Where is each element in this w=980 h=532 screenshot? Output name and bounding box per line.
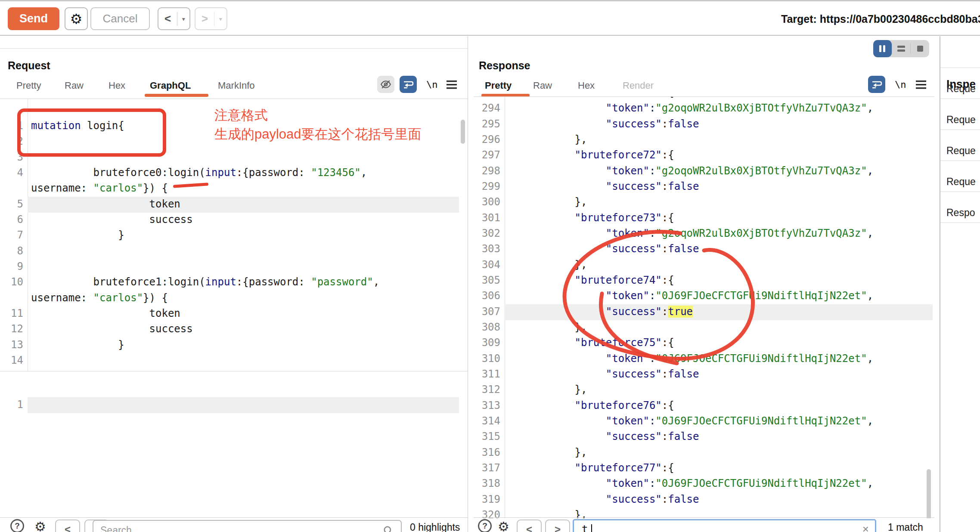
search-settings-gear-icon[interactable]: ⚙ [498, 519, 509, 532]
line-number: 309 [474, 337, 500, 349]
code-text: "token":"0J69FJOeCFCTGFUi9NdiftlHqIjN22e… [512, 353, 873, 365]
request-show-newlines-toggle[interactable]: \n [426, 79, 438, 90]
code-line: 4 bruteforce0:login(input:{password: "12… [0, 165, 468, 181]
code-text: "token":"0J69FJOeCFCTGFUi9NdiftlHqIjN22e… [512, 477, 873, 489]
layout-single-button[interactable] [911, 40, 929, 57]
tab-render[interactable]: Render [623, 80, 654, 91]
code-line: 7 } [0, 228, 468, 244]
line-number: 12 [0, 323, 23, 335]
request-scrollbar-thumb[interactable] [461, 120, 465, 144]
code-text: success [31, 213, 193, 226]
code-text: }, [512, 133, 587, 145]
request-settings-button[interactable]: ⚙ [65, 7, 88, 30]
code-text: "bruteforce73":{ [512, 212, 674, 224]
tab-markinfo[interactable]: MarkInfo [218, 80, 255, 91]
request-search-input[interactable]: Search [93, 520, 402, 532]
code-text: success [31, 323, 193, 335]
gear-icon: ⚙ [70, 11, 83, 27]
send-button[interactable]: Send [8, 7, 59, 30]
code-line: 9 [0, 259, 468, 275]
panel-splitter[interactable] [468, 36, 468, 532]
line-highlight [28, 397, 459, 413]
code-line: 8 [0, 244, 468, 260]
code-line: 299 "success":false [474, 179, 934, 195]
line-number: 317 [474, 462, 500, 474]
line-number: 7 [0, 229, 23, 241]
inspector-item[interactable]: Reque [946, 83, 976, 95]
response-search-bar: ? ⚙ < > t × 1 match [474, 518, 934, 532]
search-settings-gear-icon[interactable]: ⚙ [34, 519, 46, 532]
line-number: 13 [0, 339, 23, 351]
tab-pretty[interactable]: Pretty [485, 80, 512, 91]
graphql-variables-editor[interactable]: 1 [0, 374, 468, 517]
columns-layout-icon [878, 44, 886, 53]
line-number: 308 [474, 321, 500, 333]
line-number: 307 [474, 306, 500, 318]
target-url-label: Target: https://0a7b00230486ccbd80ba3a8c… [781, 13, 980, 25]
next-match-button[interactable]: > [545, 520, 570, 532]
back-dropdown-icon[interactable]: ▾ [177, 15, 189, 22]
line-number: 298 [474, 165, 500, 177]
code-line: 1 [0, 397, 468, 413]
clear-search-icon[interactable]: × [862, 523, 869, 532]
code-text: "token":"g2oqoWR2ulBx0XjBTOtfyVhZu7TvQA3… [512, 102, 873, 114]
code-text: token [31, 198, 180, 210]
line-number: 305 [474, 274, 500, 286]
line-number: 315 [474, 430, 500, 442]
line-number: 320 [474, 509, 500, 518]
code-text: "token":"0J69FJOeCFCTGFUi9NdiftlHqIjN22e… [512, 290, 873, 302]
inspector-divider [940, 223, 980, 223]
tab-pretty[interactable]: Pretty [16, 80, 41, 91]
line-highlight [28, 244, 459, 260]
tab-raw[interactable]: Raw [533, 80, 552, 91]
annotation-note-line2: 生成的payload要在这个花括号里面 [214, 125, 422, 144]
inspector-item[interactable]: Reque [946, 176, 976, 188]
line-number: 319 [474, 493, 500, 505]
inspector-divider [940, 130, 980, 130]
forward-dropdown-icon[interactable]: ▾ [214, 15, 226, 22]
prev-match-button[interactable]: < [55, 520, 80, 532]
request-menu-button[interactable] [446, 80, 457, 91]
help-icon[interactable]: ? [10, 519, 24, 532]
history-back-button[interactable]: < ▾ [158, 7, 190, 30]
layout-rows-button[interactable] [892, 40, 911, 57]
line-number: 301 [474, 212, 500, 224]
code-line: 319 "success":false [474, 492, 934, 508]
code-text: }, [512, 384, 587, 396]
code-text: token [31, 307, 180, 319]
help-icon[interactable]: ? [478, 519, 492, 532]
response-show-newlines-toggle[interactable]: \n [895, 79, 906, 90]
hide-deselect-button[interactable] [377, 76, 394, 93]
code-line: 303 "success":false [474, 241, 934, 257]
response-search-input[interactable]: t × [573, 519, 876, 532]
inspector-item[interactable]: Respo [946, 207, 975, 219]
response-panel-title: Response [479, 59, 530, 72]
code-text: }, [512, 259, 587, 271]
cancel-button[interactable]: Cancel [90, 7, 150, 30]
tab-raw[interactable]: Raw [65, 80, 84, 91]
request-wrap-toggle-button[interactable] [400, 76, 417, 93]
window-top-edge [0, 0, 980, 1]
tab-hex[interactable]: Hex [578, 80, 595, 91]
line-number: 302 [474, 227, 500, 239]
code-text: "success":false [512, 118, 699, 130]
single-pane-icon [916, 45, 924, 53]
response-menu-button[interactable] [915, 80, 927, 91]
history-forward-button[interactable]: > ▾ [195, 7, 227, 30]
inspector-item[interactable]: Reque [946, 114, 976, 126]
tab-hex[interactable]: Hex [109, 80, 125, 91]
request-panel-title: Request [8, 59, 50, 72]
prev-match-button[interactable]: < [517, 520, 542, 532]
response-body-viewer[interactable]: 293 "bruteforce71":{294 "token":"g2oqoWR… [474, 97, 934, 518]
response-wrap-toggle-button[interactable] [868, 76, 885, 93]
rows-layout-icon [896, 45, 906, 53]
line-number: 304 [474, 259, 500, 271]
code-text: } [31, 229, 124, 241]
repeater-screen: Send ⚙ Cancel < ▾ > ▾ Target: https://0a… [0, 0, 980, 532]
layout-columns-button[interactable] [873, 40, 892, 57]
inspector-item[interactable]: Reque [946, 145, 976, 157]
code-text: }, [512, 509, 587, 518]
code-text: "token":"g2oqoWR2ulBx0XjBTOtfyVhZu7TvQA3… [512, 165, 873, 177]
tab-graphql[interactable]: GraphQL [150, 80, 191, 91]
search-value: t [582, 523, 592, 532]
